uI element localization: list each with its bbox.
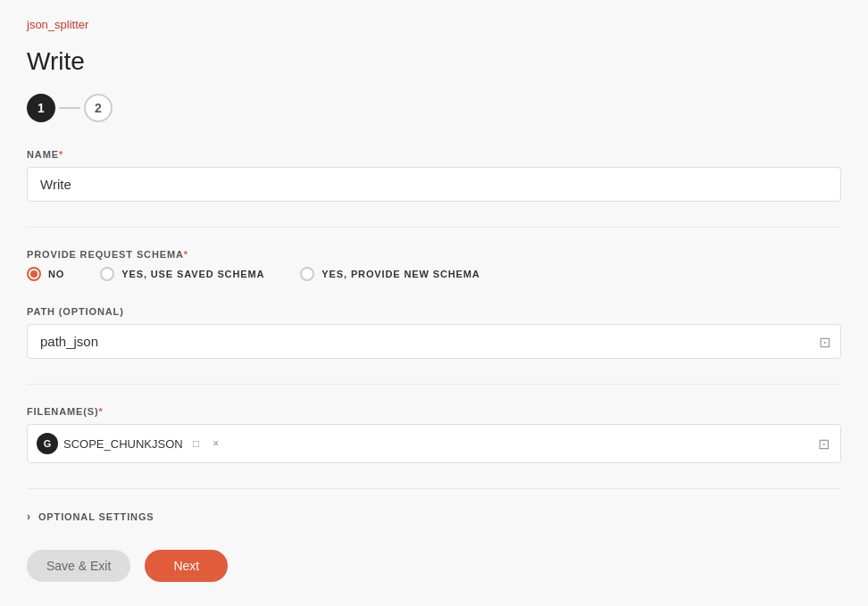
page-title: Write [27,47,841,76]
filenames-wrapper[interactable]: G SCOPE_CHUNKJSON □ × ⊡ [27,424,841,463]
tag-name: SCOPE_CHUNKJSON [63,437,183,451]
radio-no-label: NO [48,269,64,279]
divider-2 [27,384,841,385]
name-section: NAME* [27,149,841,202]
filenames-label: FILENAME(S)* [27,406,841,417]
chevron-right-icon: › [27,511,31,523]
path-section: PATH (OPTIONAL) ⊡ [27,306,841,359]
step-1[interactable]: 1 [27,94,55,122]
next-button[interactable]: Next [145,550,228,582]
schema-label: PROVIDE REQUEST SCHEMA* [27,249,841,260]
tag-close-btn[interactable]: × [208,436,224,452]
filenames-section: FILENAME(S)* G SCOPE_CHUNKJSON □ × ⊡ [27,406,841,463]
variable-icon: ⊡ [819,333,830,350]
radio-new-schema[interactable]: YES, PROVIDE NEW SCHEMA [300,267,480,281]
radio-saved-schema[interactable]: YES, USE SAVED SCHEMA [100,267,264,281]
step-connector [59,107,80,109]
tag-square-btn[interactable]: □ [188,436,204,452]
path-input[interactable] [27,324,841,359]
tag-actions: □ × [188,436,224,452]
radio-new-circle [300,267,314,281]
radio-saved-label: YES, USE SAVED SCHEMA [121,269,264,279]
radio-group: NO YES, USE SAVED SCHEMA YES, PROVIDE NE… [27,267,841,281]
radio-new-label: YES, PROVIDE NEW SCHEMA [321,269,480,279]
path-label: PATH (OPTIONAL) [27,306,841,317]
save-exit-button[interactable]: Save & Exit [27,550,130,582]
page-container: json_splitter Write 1 2 NAME* PROVIDE RE… [0,0,868,606]
name-input[interactable] [27,167,841,202]
optional-settings[interactable]: › OPTIONAL SETTINGS [27,511,841,523]
radio-no[interactable]: NO [27,267,64,281]
radio-no-circle [27,267,41,281]
filename-tag: G SCOPE_CHUNKJSON □ × [37,433,224,454]
button-row: Save & Exit Next [27,550,841,582]
path-input-wrapper: ⊡ [27,324,841,359]
breadcrumb[interactable]: json_splitter [27,18,841,31]
optional-settings-label: OPTIONAL SETTINGS [38,511,154,522]
filenames-variable-icon: ⊡ [818,436,830,452]
name-label: NAME* [27,149,841,160]
divider-1 [27,227,841,228]
tag-avatar: G [37,433,58,454]
step-indicator: 1 2 [27,94,841,122]
step-2[interactable]: 2 [84,94,113,122]
divider-3 [27,488,841,489]
schema-section: PROVIDE REQUEST SCHEMA* NO YES, USE SAVE… [27,249,841,281]
radio-saved-circle [100,267,114,281]
